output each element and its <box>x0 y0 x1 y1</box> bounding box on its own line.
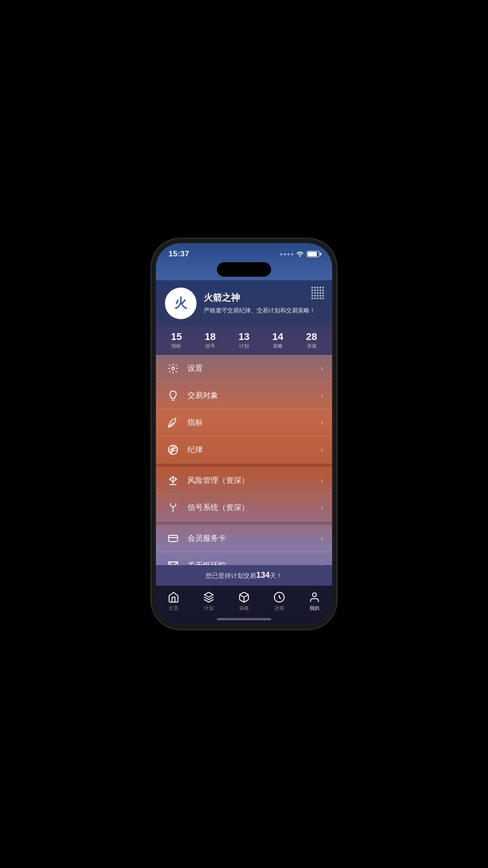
menu-item-signal-system[interactable]: 信号系统（资深） › <box>156 494 332 521</box>
menu-icon-about <box>165 557 181 566</box>
menu-label-risk-management: 风险管理（资深） <box>188 475 321 486</box>
phone-screen: 15:37 <box>156 243 332 625</box>
wifi-icon <box>296 251 304 257</box>
menu-label-signal-system: 信号系统（资深） <box>188 502 321 513</box>
stat-item-stat-indicators: 15 指标 <box>171 332 182 349</box>
tab-label-decision: 决策 <box>274 605 284 612</box>
tab-item-decision[interactable]: 决策 <box>268 590 291 613</box>
status-time: 15:37 <box>169 250 189 259</box>
menu-item-indicators[interactable]: 指标 › <box>156 409 332 436</box>
menu-item-settings[interactable]: 设置 › <box>156 355 332 382</box>
stat-item-stat-signals: 18 信号 <box>205 332 216 349</box>
header-info: 火箭之神 严格遵守交易纪律、交易计划和交易策略！ <box>204 292 323 315</box>
user-name: 火箭之神 <box>204 292 323 304</box>
tab-bar: 主页 计划 策略 决策 我的 <box>156 585 332 615</box>
phone-shell: 15:37 <box>156 243 332 625</box>
chevron-right-icon: › <box>321 561 323 566</box>
stat-number-stat-strategies: 14 <box>272 332 283 342</box>
menu-icon-risk-management <box>165 472 181 489</box>
svg-point-12 <box>313 593 317 597</box>
tab-icon-decision <box>273 591 285 603</box>
stat-label-stat-signals: 信号 <box>205 343 215 349</box>
menu-label-settings: 设置 <box>188 363 321 373</box>
menu-label-trading-objects: 交易对象 <box>188 390 321 401</box>
battery-icon <box>307 251 319 257</box>
tab-label-plan: 计划 <box>204 605 214 612</box>
menu-separator-2 <box>156 521 332 525</box>
home-indicator <box>156 615 332 625</box>
stat-item-stat-decisions: 28 决策 <box>306 332 317 349</box>
banner-prefix: 您已坚持计划交易 <box>206 572 256 579</box>
svg-point-0 <box>172 367 174 370</box>
menu-icon-signal-system <box>165 500 181 516</box>
grid-dots-icon[interactable] <box>310 286 325 300</box>
stat-number-stat-indicators: 15 <box>171 332 182 342</box>
tab-item-mine[interactable]: 我的 <box>303 590 326 613</box>
menu-icon-trading-objects <box>165 387 181 404</box>
menu-icon-membership <box>165 530 181 547</box>
stats-bar: 15 指标 18 信号 13 计划 14 策略 28 决策 <box>156 326 332 355</box>
tab-icon-strategy <box>238 591 250 603</box>
menu-item-discipline[interactable]: 纪律 › <box>156 436 332 463</box>
chevron-right-icon: › <box>321 476 323 485</box>
stat-number-stat-signals: 18 <box>205 332 216 342</box>
stat-label-stat-indicators: 指标 <box>171 343 181 349</box>
tab-icon-mine <box>309 591 320 603</box>
status-bar: 15:37 <box>156 243 332 262</box>
chevron-right-icon: › <box>321 534 323 542</box>
tab-label-mine: 我的 <box>310 605 319 612</box>
stat-item-stat-strategies: 14 策略 <box>272 332 283 349</box>
menu-item-about[interactable]: 关于银环蛇 › <box>156 552 332 565</box>
avatar-char: 火 <box>174 295 187 312</box>
menu-label-discipline: 纪律 <box>188 444 321 455</box>
stat-number-stat-plans: 13 <box>239 332 249 342</box>
tab-item-home[interactable]: 主页 <box>162 590 185 613</box>
stat-label-stat-decisions: 决策 <box>307 343 317 349</box>
tab-item-strategy[interactable]: 策略 <box>233 590 255 613</box>
status-icons <box>280 251 319 257</box>
dynamic-island <box>217 262 271 277</box>
stat-number-stat-decisions: 28 <box>306 332 317 342</box>
menu-icon-indicators <box>165 415 181 431</box>
chevron-right-icon: › <box>321 392 323 400</box>
tab-icon-home <box>168 591 179 603</box>
chevron-right-icon: › <box>321 446 323 454</box>
signal-dots-icon <box>280 253 293 255</box>
tab-icon-plan <box>203 591 215 603</box>
menu-separator-1 <box>156 463 332 467</box>
tab-label-strategy: 策略 <box>239 605 249 612</box>
menu-item-risk-management[interactable]: 风险管理（资深） › <box>156 467 332 494</box>
banner-days: 134 <box>256 571 270 580</box>
tab-item-plan[interactable]: 计划 <box>197 590 220 613</box>
menu-label-about: 关于银环蛇 <box>188 560 321 565</box>
stat-label-stat-strategies: 策略 <box>273 343 283 349</box>
avatar: 火 <box>165 288 197 319</box>
tab-label-home: 主页 <box>169 605 178 612</box>
menu-item-trading-objects[interactable]: 交易对象 › <box>156 382 332 409</box>
menu-section: 设置 › 交易对象 › 指标 › 纪律 › 风险管理（资深） › 信号系统（资深… <box>156 355 332 565</box>
header-section: 火 火箭之神 严格遵守交易纪律、交易计划和交易策略！ <box>156 280 332 326</box>
user-motto: 严格遵守交易纪律、交易计划和交易策略！ <box>204 307 323 315</box>
menu-icon-settings <box>165 360 181 377</box>
home-bar <box>217 618 271 620</box>
chevron-right-icon: › <box>321 364 323 373</box>
chevron-right-icon: › <box>321 419 323 427</box>
stat-item-stat-plans: 13 计划 <box>239 332 249 349</box>
svg-rect-7 <box>169 535 178 542</box>
menu-label-membership: 会员服务卡 <box>188 533 321 543</box>
banner-suffix: 天！ <box>270 572 282 579</box>
banner-text: 您已坚持计划交易134天！ <box>161 571 327 580</box>
menu-item-membership[interactable]: 会员服务卡 › <box>156 525 332 552</box>
bottom-banner: 您已坚持计划交易134天！ <box>156 565 332 585</box>
chevron-right-icon: › <box>321 504 323 512</box>
menu-label-indicators: 指标 <box>188 417 321 428</box>
menu-icon-discipline <box>165 442 181 458</box>
stat-label-stat-plans: 计划 <box>239 343 249 349</box>
